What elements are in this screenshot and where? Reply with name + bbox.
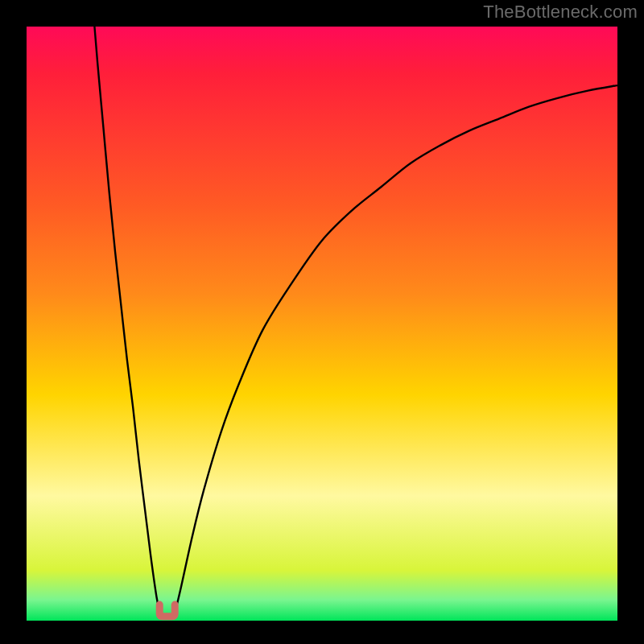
watermark-text: TheBottleneck.com: [483, 2, 638, 23]
bottleneck-chart: [0, 0, 644, 644]
chart-stage: TheBottleneck.com: [0, 0, 644, 644]
plot-background: [27, 27, 617, 621]
